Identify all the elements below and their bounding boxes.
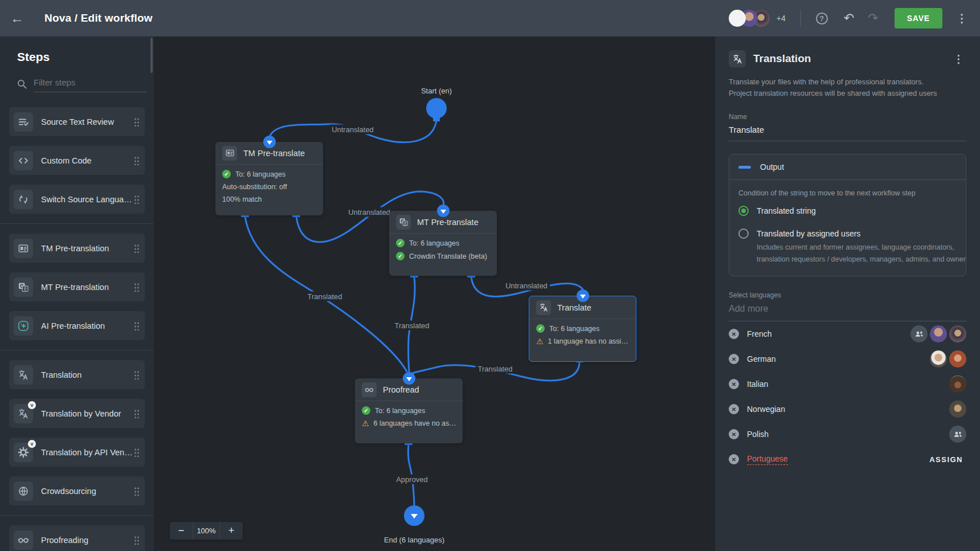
edge-label: Untranslated xyxy=(346,207,393,217)
node-status-text: To: 6 languages xyxy=(549,325,599,333)
drag-handle[interactable] xyxy=(134,321,139,330)
remove-language-icon[interactable]: ✕ xyxy=(729,354,739,364)
drag-handle[interactable] xyxy=(134,117,139,126)
drag-handle[interactable] xyxy=(134,487,139,496)
remove-language-icon[interactable]: ✕ xyxy=(729,429,739,439)
assignee-avatar[interactable] xyxy=(949,401,966,418)
drag-handle[interactable] xyxy=(134,195,139,204)
sidebar-scrollbar[interactable] xyxy=(150,38,153,73)
edge-arrow-icon xyxy=(437,205,450,217)
assignee-avatar[interactable] xyxy=(930,350,947,368)
name-field-value[interactable]: Translate xyxy=(729,125,966,141)
language-row-norwegian: ✕ Norwegian xyxy=(729,397,966,422)
translate-icon xyxy=(14,365,33,385)
drag-handle[interactable] xyxy=(134,156,139,165)
workflow-canvas[interactable]: Start (en) End (6 languages) Untranslate… xyxy=(154,36,714,551)
drag-handle[interactable] xyxy=(134,370,139,379)
step-item-switch-source-language[interactable]: Switch Source Langua… xyxy=(9,185,145,214)
vendor-badge: v xyxy=(28,440,36,448)
edge-label: Translated xyxy=(476,364,515,374)
assignees-group-icon[interactable] xyxy=(949,426,966,443)
step-item-custom-code[interactable]: Custom Code xyxy=(9,146,145,175)
node-title: MT Pre-translate xyxy=(417,218,479,227)
code-icon xyxy=(14,151,33,170)
step-item-ai-pre-translation[interactable]: AI Pre-translation xyxy=(9,311,145,340)
radio-selected-icon[interactable] xyxy=(738,206,749,216)
assignee-avatar[interactable] xyxy=(949,376,966,393)
drag-handle[interactable] xyxy=(134,448,139,457)
check-icon: ✓ xyxy=(222,170,231,178)
page-title: Nova / Edit workflow xyxy=(44,12,153,25)
node-proofread[interactable]: Proofread ✓To: 6 languages ⚠6 languages … xyxy=(355,378,463,443)
step-item-translation-by-vendor[interactable]: v Translation by Vendor xyxy=(9,399,145,428)
language-row-italian: ✕ Italian xyxy=(729,372,966,397)
assignee-avatar[interactable] xyxy=(949,350,966,368)
start-node[interactable] xyxy=(426,98,447,119)
edge-label: Translated xyxy=(393,321,432,330)
radio-translated-string[interactable]: Translated string xyxy=(738,206,957,216)
assignee-avatar[interactable] xyxy=(949,325,966,342)
zoom-in-button[interactable]: + xyxy=(220,522,243,540)
step-item-crowdsourcing[interactable]: Crowdsourcing xyxy=(9,476,145,505)
output-section: Output Condition of the string to move t… xyxy=(729,154,966,276)
avatars-overflow-count[interactable]: +4 xyxy=(777,14,786,23)
language-name: German xyxy=(747,354,928,364)
collaborator-avatars[interactable] xyxy=(729,10,770,27)
avatar[interactable] xyxy=(729,10,746,27)
panel-kebab-icon[interactable]: ⋮ xyxy=(951,52,966,66)
remove-language-icon[interactable]: ✕ xyxy=(729,379,739,389)
redo-icon[interactable]: ↷ xyxy=(868,11,878,26)
node-status-text: 6 languages have no as… xyxy=(374,419,456,427)
drag-handle[interactable] xyxy=(134,409,139,418)
check-icon: ✓ xyxy=(536,324,545,333)
zoom-control: − 100% + xyxy=(170,522,243,540)
node-translate[interactable]: Translate ✓To: 6 languages ⚠1 language h… xyxy=(529,296,636,362)
add-languages-input[interactable] xyxy=(729,299,966,321)
remove-language-icon[interactable]: ✕ xyxy=(729,454,739,464)
gear-icon: v xyxy=(14,443,33,462)
topbar: ← Nova / Edit workflow +4 ? ↶ ↷ SAVE ⋮ xyxy=(0,0,980,36)
step-item-mt-pre-translation[interactable]: MT Pre-translation xyxy=(9,272,145,301)
end-node[interactable] xyxy=(404,505,424,526)
language-name: French xyxy=(747,329,908,338)
group-divider xyxy=(0,515,154,516)
drag-handle[interactable] xyxy=(134,536,139,545)
drag-handle[interactable] xyxy=(134,283,139,292)
step-label: Proofreading xyxy=(41,536,134,545)
machine-translate-icon xyxy=(14,277,33,297)
edge-label: Approved xyxy=(394,475,430,484)
step-item-proofreading[interactable]: Proofreading xyxy=(9,525,145,551)
assignees-group-icon[interactable] xyxy=(910,325,928,342)
edge-label: Untranslated xyxy=(329,125,376,134)
save-button[interactable]: SAVE xyxy=(895,8,942,28)
drag-handle[interactable] xyxy=(134,244,139,253)
node-tm-pre-translate[interactable]: TM Pre-translate ✓To: 6 languages Auto-s… xyxy=(215,142,323,215)
undo-icon[interactable]: ↶ xyxy=(844,11,854,26)
step-settings-panel: Translation ⋮ Translate your files with … xyxy=(714,36,980,551)
check-icon: ✓ xyxy=(362,406,370,415)
select-languages-label: Select languages xyxy=(729,291,966,299)
node-mt-pre-translate[interactable]: MT Pre-translate ✓To: 6 languages ✓Crowd… xyxy=(389,211,497,276)
remove-language-icon[interactable]: ✕ xyxy=(729,404,739,414)
step-item-translation-by-api-vendor[interactable]: v Translation by API Ven… xyxy=(9,438,145,467)
topbar-kebab-icon[interactable]: ⋮ xyxy=(956,11,967,25)
back-arrow-icon[interactable]: ← xyxy=(10,10,31,26)
assignee-avatar[interactable] xyxy=(930,325,947,342)
zoom-out-button[interactable]: − xyxy=(170,522,193,540)
radio-unselected-icon[interactable] xyxy=(738,228,749,239)
step-label: Switch Source Langua… xyxy=(41,195,134,204)
node-status-text: Crowdin Translate (beta) xyxy=(409,252,487,260)
step-item-translation[interactable]: Translation xyxy=(9,360,145,389)
step-item-source-text-review[interactable]: Source Text Review xyxy=(9,107,145,136)
filter-steps-input[interactable] xyxy=(34,75,147,92)
assign-button[interactable]: ASSIGN xyxy=(929,455,963,464)
warning-icon: ⚠ xyxy=(536,337,544,345)
node-status-text: To: 6 languages xyxy=(409,239,459,247)
edge-label: Translated xyxy=(305,292,345,301)
remove-language-icon[interactable]: ✕ xyxy=(729,329,739,339)
step-item-tm-pre-translation[interactable]: TM Pre-translation xyxy=(9,234,145,263)
help-icon[interactable]: ? xyxy=(816,13,828,25)
filter-steps-field xyxy=(17,75,145,92)
switch-language-icon xyxy=(14,190,33,209)
radio-translated-by-assigned-users[interactable]: Translated by assigned users xyxy=(738,228,957,239)
